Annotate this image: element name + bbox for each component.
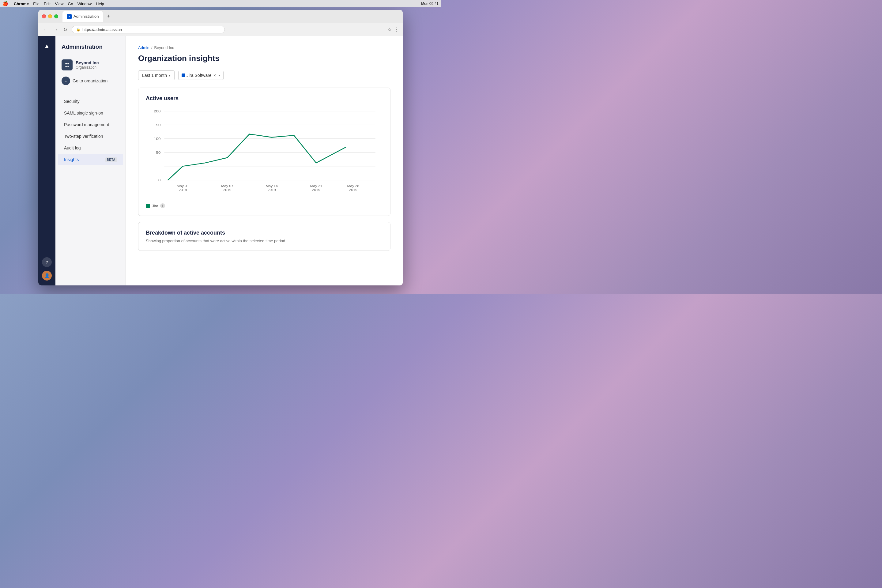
sidebar-dark: ▲ ? 👤 (38, 36, 56, 285)
atlassian-logo: ▲ (42, 41, 52, 51)
menubar: 🍎 Chrome File Edit View Go Window Help M… (0, 0, 441, 8)
product-remove-button[interactable]: × (213, 73, 216, 78)
sidebar-item-security[interactable]: Security (58, 96, 123, 107)
svg-text:0: 0 (158, 178, 160, 182)
svg-text:2019: 2019 (179, 188, 187, 192)
avatar-icon: 👤 (44, 273, 50, 278)
breadcrumb: Admin / Beyond Inc (138, 45, 390, 50)
user-avatar[interactable]: 👤 (42, 271, 52, 280)
time-filter-label: Last 1 month (142, 73, 167, 78)
menubar-left: 🍎 Chrome File Edit View Go Window Help (3, 1, 104, 6)
url-text: https://admin.atlassian (82, 27, 122, 32)
minimize-button[interactable] (48, 14, 52, 18)
legend-label: Jira (152, 204, 158, 208)
menubar-view[interactable]: View (55, 2, 63, 6)
org-info: Beyond Inc Organization (76, 60, 99, 69)
tab-title: Administration (74, 14, 99, 19)
filters-row: Last 1 month ▾ Jira Software × ▾ (138, 70, 390, 80)
svg-text:May 14: May 14 (266, 184, 278, 188)
lock-icon: 🔒 (76, 28, 81, 32)
tab-favicon (67, 14, 72, 19)
product-dot-icon (182, 74, 185, 77)
page-title: Organization insights (138, 54, 390, 63)
org-item[interactable]: ☷ Beyond Inc Organization (56, 56, 126, 74)
main-content: Admin / Beyond Inc Organization insights… (126, 36, 403, 285)
tab-bar: Administration + (63, 11, 399, 22)
chart-legend: Jira i (146, 203, 383, 208)
svg-text:50: 50 (156, 151, 161, 154)
menubar-file[interactable]: File (33, 2, 39, 6)
legend-info-button[interactable]: i (160, 203, 165, 208)
active-users-card: Active users 200 150 100 50 (138, 88, 390, 216)
chart-svg: 200 150 100 50 0 May 01 2019 May 07 2 (146, 108, 383, 200)
sidebar-item-insights[interactable]: Insights BETA (58, 154, 123, 165)
svg-text:2019: 2019 (268, 188, 276, 192)
menubar-go[interactable]: Go (68, 2, 73, 6)
svg-text:May 01: May 01 (177, 184, 189, 188)
url-bar[interactable]: 🔒 https://admin.atlassian (72, 26, 225, 33)
nav-title: Administration (56, 44, 126, 56)
menubar-time: Mon 09:41 (421, 2, 438, 6)
help-button[interactable]: ? (42, 257, 52, 267)
close-button[interactable] (42, 14, 46, 18)
product-filter[interactable]: Jira Software × ▾ (178, 71, 224, 80)
back-button[interactable]: ← (42, 26, 49, 33)
breadcrumb-admin[interactable]: Admin (138, 45, 150, 50)
org-type: Organization (76, 65, 99, 69)
apple-menu[interactable]: 🍎 (3, 1, 8, 6)
menubar-app-name[interactable]: Chrome (14, 2, 29, 6)
menubar-items: File Edit View Go Window Help (33, 2, 104, 6)
svg-text:2019: 2019 (349, 188, 357, 192)
go-to-org-button[interactable]: ← Go to organization (56, 74, 126, 88)
active-tab[interactable]: Administration (63, 11, 103, 22)
menubar-edit[interactable]: Edit (44, 2, 51, 6)
breakdown-card: Breakdown of active accounts Showing pro… (138, 222, 390, 251)
traffic-lights (42, 14, 58, 18)
nav-sidebar: Administration ☷ Beyond Inc Organization… (56, 36, 126, 285)
breadcrumb-separator: / (151, 45, 153, 50)
reload-button[interactable]: ↻ (62, 26, 69, 34)
menubar-help[interactable]: Help (96, 2, 104, 6)
legend-color (146, 204, 150, 208)
sidebar-bottom: ? 👤 (42, 257, 52, 280)
sidebar-item-two-step[interactable]: Two-step verification (58, 131, 123, 142)
breakdown-subtitle: Showing proportion of accounts that were… (146, 238, 383, 243)
svg-text:2019: 2019 (223, 188, 231, 192)
svg-text:200: 200 (154, 110, 160, 113)
insights-label: Insights (64, 157, 79, 162)
svg-text:150: 150 (154, 123, 160, 127)
svg-text:May 21: May 21 (310, 184, 322, 188)
address-bar: ← → ↻ 🔒 https://admin.atlassian ☆ ⋮ (38, 23, 403, 36)
svg-text:2019: 2019 (312, 188, 320, 192)
svg-text:May 28: May 28 (347, 184, 359, 188)
forward-button[interactable]: → (52, 26, 59, 33)
bookmark-button[interactable]: ☆ (387, 27, 392, 33)
beta-badge: BETA (105, 158, 117, 162)
go-to-org-label: Go to organization (73, 78, 108, 83)
go-to-org-icon: ← (62, 76, 70, 85)
org-icon: ☷ (62, 59, 73, 70)
title-bar: Administration + (38, 10, 403, 23)
browser-window: Administration + ← → ↻ 🔒 https://admin.a… (38, 10, 403, 285)
time-filter[interactable]: Last 1 month ▾ (138, 70, 175, 80)
product-filter-chevron: ▾ (218, 74, 220, 78)
new-tab-button[interactable]: + (104, 12, 113, 21)
sidebar-item-saml[interactable]: SAML single sign-on (58, 108, 123, 118)
svg-text:May 07: May 07 (221, 184, 233, 188)
chart-title: Active users (146, 95, 383, 102)
maximize-button[interactable] (54, 14, 58, 18)
more-button[interactable]: ⋮ (394, 27, 399, 33)
menubar-right: Mon 09:41 (421, 2, 438, 6)
nav-divider (62, 92, 119, 92)
menubar-window[interactable]: Window (78, 2, 92, 6)
breadcrumb-current: Beyond Inc (154, 45, 174, 50)
address-bar-actions: ☆ ⋮ (387, 27, 399, 33)
sidebar-item-audit[interactable]: Audit log (58, 142, 123, 153)
breakdown-title: Breakdown of active accounts (146, 230, 383, 236)
chart-area: 200 150 100 50 0 May 01 2019 May 07 2 (146, 108, 383, 200)
org-name: Beyond Inc (76, 60, 99, 65)
sidebar-item-password[interactable]: Password management (58, 119, 123, 130)
app-layout: ▲ ? 👤 Administration ☷ Beyond Inc Organi… (38, 36, 403, 285)
time-filter-chevron: ▾ (169, 74, 171, 78)
svg-text:100: 100 (154, 137, 160, 141)
